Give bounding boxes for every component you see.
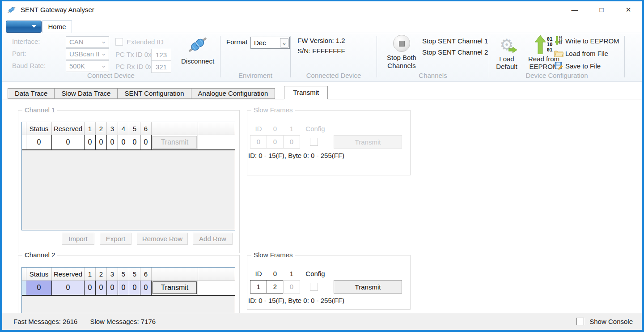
channel-2-table: Status Reserved 1 2 3 5 5 6 0 0 0 0 [21, 267, 235, 313]
remove-row-button[interactable]: Remove Row [137, 233, 188, 245]
id-input[interactable]: 0 [250, 135, 267, 149]
table-row-selected: 0 0 0 0 0 0 0 0 Transmit [22, 281, 235, 296]
group-separator [220, 36, 220, 77]
connector-icon [186, 34, 209, 55]
tab-transmit[interactable]: Transmit [284, 86, 328, 99]
ribbon-gap [2, 82, 642, 85]
slow-messages-counter: Slow Messages: 7176 [90, 318, 156, 325]
add-row-button[interactable]: Add Row [193, 233, 233, 245]
data-cell-1[interactable]: 0 [85, 281, 96, 295]
stop-square-glyph [399, 41, 405, 47]
data-cell-6[interactable]: 0 [140, 135, 152, 149]
pc-rx-id-label: PC Rx ID 0x [115, 63, 153, 70]
row-transmit-button[interactable]: Transmit [153, 136, 197, 149]
config-checkbox[interactable] [310, 283, 318, 291]
data-cell-1[interactable]: 0 [85, 135, 96, 149]
data-cell-2[interactable]: 0 [96, 135, 107, 149]
close-button[interactable]: ✕ [615, 1, 642, 18]
export-button[interactable]: Export [100, 233, 131, 245]
byte1-input[interactable]: 0 [283, 280, 300, 294]
group-label-environment: Enviroment [221, 72, 290, 79]
stop-sent-channel-2-button[interactable]: Stop SENT Channel 2 [422, 48, 488, 56]
minimize-button[interactable]: — [561, 1, 588, 18]
extended-id-checkbox[interactable] [115, 38, 123, 46]
row-selector-cell[interactable] [22, 281, 26, 295]
header-5: 5 [129, 122, 140, 135]
stop-sent-channel-1-button[interactable]: Stop SENT Channel 1 [422, 37, 488, 45]
baud-rate-label: Baud Rate: [12, 62, 46, 69]
write-to-eeprom-button[interactable]: 011001 Write to EEPROM [553, 34, 619, 47]
byte0-input[interactable]: 2 [267, 280, 284, 294]
page-tab-strip: Data Trace Slow Data Trace SENT Configur… [2, 85, 642, 99]
disconnect-button[interactable]: Disconnect [176, 34, 220, 65]
binary-digits-icon: 011001 [559, 36, 563, 45]
config-label: Config [303, 125, 328, 132]
id-input[interactable]: 1 [250, 280, 267, 294]
tab-sent-configuration[interactable]: SENT Configuration [117, 88, 191, 99]
data-cell-3[interactable]: 0 [107, 281, 118, 295]
load-default-button[interactable]: ⚙ Load Default [491, 34, 522, 70]
save-to-file-label: Save to File [565, 62, 601, 70]
disconnect-label: Disconnect [176, 57, 220, 65]
tab-slow-data-trace[interactable]: Slow Data Trace [54, 88, 118, 99]
header-3: 3 [107, 268, 118, 281]
show-console-control: Show Console [576, 318, 633, 325]
interface-select[interactable]: CAN ⌄ [66, 36, 109, 48]
green-arrow-down-icon: 011001 [553, 36, 564, 46]
header-status: Status [26, 122, 52, 135]
baud-rate-value: 500K [69, 62, 85, 70]
header-rowselector [22, 122, 26, 135]
status-cell[interactable]: 0 [26, 135, 52, 149]
header-6: 6 [140, 122, 152, 135]
port-select[interactable]: USBcan II #0 ( ⌄ [66, 48, 109, 60]
reserved-cell[interactable]: 0 [52, 135, 85, 149]
group-connect-device: Interface: CAN ⌄ Port: USBcan II #0 ( ⌄ … [2, 33, 220, 81]
data-cell-2[interactable]: 0 [96, 281, 107, 295]
stop-both-channels-label: Stop Both Channels [380, 54, 423, 70]
maximize-button[interactable]: □ [588, 1, 615, 18]
header-transmit [152, 122, 198, 135]
pc-tx-id-input[interactable]: 123 [151, 49, 171, 61]
data-cell-3[interactable]: 0 [107, 135, 118, 149]
slow-transmit-button[interactable]: Transmit [334, 135, 402, 149]
load-from-file-button[interactable]: Load from File [553, 47, 619, 60]
format-select[interactable]: Dec ⌄ [250, 37, 290, 49]
stop-both-channels-button[interactable]: Stop Both Channels [380, 34, 423, 70]
slow-transmit-button[interactable]: Transmit [334, 280, 402, 294]
green-arrow-right-icon [508, 47, 517, 53]
group-label-connect-device: Connect Device [2, 72, 220, 79]
byte0-input[interactable]: 0 [267, 135, 284, 149]
header-status: Status [26, 268, 52, 281]
byte1-input[interactable]: 0 [283, 135, 300, 149]
row-selector-cell[interactable] [22, 135, 26, 149]
byte1-label: 1 [283, 125, 300, 132]
data-cell-4[interactable]: 0 [118, 281, 129, 295]
data-cell-6[interactable]: 0 [140, 281, 152, 295]
data-cell-4[interactable]: 0 [118, 135, 129, 149]
tab-analogue-configuration[interactable]: Analogue Configuration [191, 88, 275, 99]
import-button[interactable]: Import [62, 233, 94, 245]
ribbon: Interface: CAN ⌄ Port: USBcan II #0 ( ⌄ … [2, 33, 642, 82]
byte0-label: 0 [267, 270, 284, 277]
header-3: 3 [107, 122, 118, 135]
config-checkbox[interactable] [310, 138, 318, 146]
slow-frames-2-label: Slow Frames [251, 251, 295, 259]
reserved-cell[interactable]: 0 [52, 281, 85, 295]
group-environment: Format Dec ⌄ Enviroment [221, 33, 290, 81]
show-console-checkbox[interactable] [576, 318, 584, 325]
baud-rate-select[interactable]: 500K ⌄ [66, 60, 109, 72]
data-cell-5[interactable]: 0 [129, 135, 140, 149]
tab-data-trace[interactable]: Data Trace [8, 88, 55, 99]
row-transmit-button[interactable]: Transmit [153, 281, 197, 294]
pc-rx-id-input[interactable]: 321 [151, 61, 171, 73]
status-cell[interactable]: 0 [26, 281, 52, 295]
status-bar: Fast Messages: 2616 Slow Messages: 7176 … [2, 313, 642, 330]
write-to-eeprom-label: Write to EEPROM [565, 37, 619, 45]
app-menu-button[interactable] [6, 21, 42, 33]
ribbon-tab-home[interactable]: Home [42, 20, 72, 33]
table-row: 0 0 0 0 0 0 0 0 Transmit [22, 135, 235, 150]
window-controls: — □ ✕ [561, 1, 642, 18]
data-cell-5[interactable]: 0 [129, 281, 140, 295]
save-to-file-button[interactable]: Save to File [553, 60, 619, 72]
transmit-cell: Transmit [152, 135, 198, 149]
